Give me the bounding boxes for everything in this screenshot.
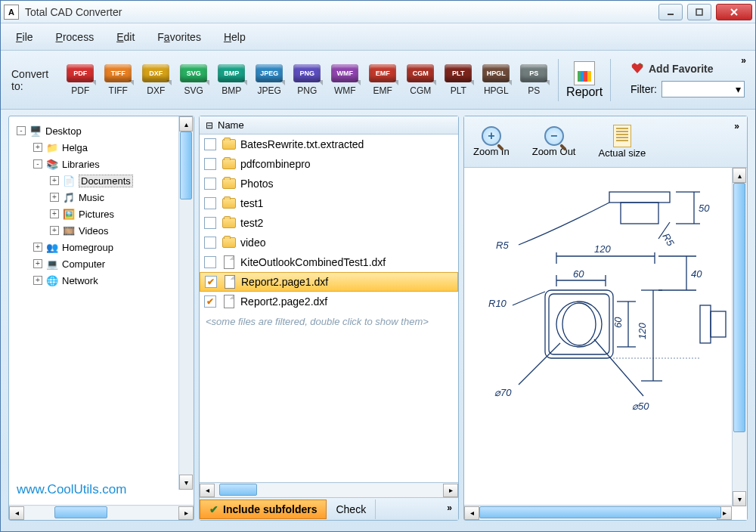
file-row[interactable]: ✔Report2.page1.dxf bbox=[200, 272, 458, 292]
file-row[interactable]: BatesRewrite.txt.extracted bbox=[200, 135, 458, 154]
expander-icon[interactable]: + bbox=[33, 243, 42, 252]
scroll-down-icon[interactable]: ▾ bbox=[179, 475, 193, 490]
file-row[interactable]: ✔Report2.page2.dxf bbox=[200, 292, 458, 311]
scroll-thumb[interactable] bbox=[733, 183, 745, 432]
expander-icon[interactable]: + bbox=[50, 209, 59, 218]
file-row[interactable]: test1 bbox=[200, 193, 458, 213]
format-tiff-button[interactable]: TIFFTIFF bbox=[101, 64, 135, 96]
preview-horizontal-scrollbar[interactable]: ◂ ▸ bbox=[464, 505, 732, 520]
tree-horizontal-scrollbar[interactable]: ◂ ▸ bbox=[9, 505, 194, 520]
file-horizontal-scrollbar[interactable]: ◂ ▸ bbox=[200, 482, 458, 497]
tree-item-helga[interactable]: +📁Helga bbox=[11, 139, 192, 156]
svg-text:40: 40 bbox=[691, 268, 702, 280]
checkbox[interactable] bbox=[204, 237, 216, 249]
expander-icon[interactable]: - bbox=[33, 159, 42, 169]
format-bmp-button[interactable]: BMPBMP bbox=[215, 64, 248, 96]
checkbox[interactable]: ✔ bbox=[204, 295, 216, 308]
menu-edit[interactable]: Edit bbox=[116, 31, 135, 43]
format-label: PLT bbox=[451, 85, 466, 96]
expander-icon[interactable]: + bbox=[50, 193, 59, 202]
maximize-button[interactable] bbox=[687, 4, 711, 20]
svg-line-39 bbox=[519, 343, 560, 385]
file-list[interactable]: BatesRewrite.txt.extractedpdfcombineproP… bbox=[200, 135, 458, 482]
tree-item-pictures[interactable]: +🖼️Pictures bbox=[11, 206, 192, 222]
preview-viewport[interactable]: 50 R5 120 40 60 R10 bbox=[464, 168, 747, 520]
format-pdf-button[interactable]: PDFPDF bbox=[64, 64, 97, 96]
file-row[interactable]: KiteOutlookCombinedTest1.dxf bbox=[200, 252, 458, 272]
tree-item-network[interactable]: +🌐Network bbox=[11, 272, 192, 289]
minimize-button[interactable] bbox=[658, 4, 683, 20]
checkbox[interactable] bbox=[204, 197, 216, 209]
file-row[interactable]: video bbox=[200, 233, 458, 252]
file-row[interactable]: test2 bbox=[200, 213, 458, 233]
report-button[interactable]: Report bbox=[566, 61, 603, 99]
check-button[interactable]: Check bbox=[327, 500, 376, 519]
format-hpgl-button[interactable]: HPGLHPGL bbox=[479, 64, 513, 96]
expander-icon[interactable]: + bbox=[33, 143, 42, 152]
footer-overflow-icon[interactable]: » bbox=[447, 503, 452, 513]
tree-item-computer[interactable]: +💻Computer bbox=[11, 255, 192, 272]
format-wmf-button[interactable]: WMFWMF bbox=[328, 64, 361, 96]
menu-favorites[interactable]: Favorites bbox=[157, 31, 201, 43]
format-svg-button[interactable]: SVGSVG bbox=[177, 64, 210, 96]
scroll-up-icon[interactable]: ▴ bbox=[179, 116, 193, 131]
file-icon bbox=[225, 275, 235, 289]
tree-item-homegroup[interactable]: +👥Homegroup bbox=[11, 239, 192, 255]
scroll-up-icon[interactable]: ▴ bbox=[733, 168, 746, 183]
tree-item-music[interactable]: +🎵Music bbox=[11, 189, 192, 206]
watermark-link[interactable]: www.CoolUtils.com bbox=[17, 482, 126, 497]
menu-process[interactable]: Process bbox=[56, 31, 94, 43]
format-png-button[interactable]: PNGPNG bbox=[290, 64, 324, 96]
checkbox[interactable] bbox=[204, 138, 216, 150]
filter-hint[interactable]: <some files are filtered, double click t… bbox=[200, 311, 458, 332]
menu-help[interactable]: Help bbox=[224, 31, 246, 43]
folder-tree[interactable]: -🖥️Desktop+📁Helga-📚Libraries+📄Documents+… bbox=[9, 116, 194, 505]
actual-size-button[interactable]: Actual size bbox=[598, 125, 646, 159]
tree-item-videos[interactable]: +🎞️Videos bbox=[11, 222, 192, 239]
expander-icon[interactable]: + bbox=[50, 176, 59, 185]
format-plt-button[interactable]: PLTPLT bbox=[442, 64, 475, 96]
preview-toolbar: + Zoom In − Zoom Out Actual size » bbox=[464, 116, 747, 168]
preview-vertical-scrollbar[interactable]: ▴ ▾ bbox=[732, 168, 747, 506]
toolbar-overflow-icon[interactable]: » bbox=[741, 55, 746, 66]
expander-icon[interactable]: + bbox=[33, 259, 42, 268]
scroll-left-icon[interactable]: ◂ bbox=[464, 506, 479, 520]
scroll-thumb[interactable] bbox=[180, 131, 192, 200]
scroll-down-icon[interactable]: ▾ bbox=[733, 491, 746, 506]
format-dxf-button[interactable]: DXFDXF bbox=[139, 64, 172, 96]
scroll-thumb[interactable] bbox=[219, 484, 257, 496]
file-row[interactable]: pdfcombinepro bbox=[200, 154, 458, 174]
format-jpeg-button[interactable]: JPEGJPEG bbox=[253, 64, 286, 96]
checkbox[interactable] bbox=[204, 158, 216, 170]
expander-icon[interactable]: + bbox=[33, 276, 42, 285]
expander-icon[interactable]: + bbox=[50, 226, 59, 235]
checkbox[interactable]: ✔ bbox=[205, 276, 217, 288]
menu-file[interactable]: File bbox=[16, 31, 33, 43]
format-emf-button[interactable]: EMFEMF bbox=[366, 64, 399, 96]
expander-icon[interactable]: - bbox=[17, 126, 26, 135]
tree-item-desktop[interactable]: -🖥️Desktop bbox=[11, 122, 192, 139]
filter-input[interactable]: ▾ bbox=[662, 81, 745, 97]
tree-vertical-scrollbar[interactable]: ▴ ▾ bbox=[178, 116, 194, 490]
scroll-thumb[interactable] bbox=[479, 506, 721, 518]
format-ps-button[interactable]: PSPS bbox=[517, 64, 550, 96]
scroll-right-icon[interactable]: ▸ bbox=[178, 506, 194, 520]
add-favorite-button[interactable]: Add Favorite bbox=[631, 63, 745, 75]
zoom-out-button[interactable]: − Zoom Out bbox=[532, 126, 576, 157]
scroll-right-icon[interactable]: ▸ bbox=[443, 484, 458, 497]
format-cgm-button[interactable]: CGMCGM bbox=[404, 64, 437, 96]
scroll-left-icon[interactable]: ◂ bbox=[200, 484, 215, 497]
tree-item-libraries[interactable]: -📚Libraries bbox=[11, 156, 192, 172]
scroll-left-icon[interactable]: ◂ bbox=[9, 506, 24, 520]
include-subfolders-button[interactable]: ✔ Include subfolders bbox=[200, 500, 327, 519]
file-row[interactable]: Photos bbox=[200, 174, 458, 193]
close-button[interactable] bbox=[716, 4, 752, 20]
tree-item-documents[interactable]: +📄Documents bbox=[11, 172, 192, 189]
checkbox[interactable] bbox=[204, 178, 216, 190]
file-list-header[interactable]: ⊟ Name bbox=[200, 116, 458, 135]
checkbox[interactable] bbox=[204, 256, 216, 268]
preview-overflow-icon[interactable]: » bbox=[734, 121, 739, 131]
scroll-thumb[interactable] bbox=[54, 506, 107, 518]
zoom-in-button[interactable]: + Zoom In bbox=[473, 126, 510, 157]
checkbox[interactable] bbox=[204, 217, 216, 229]
